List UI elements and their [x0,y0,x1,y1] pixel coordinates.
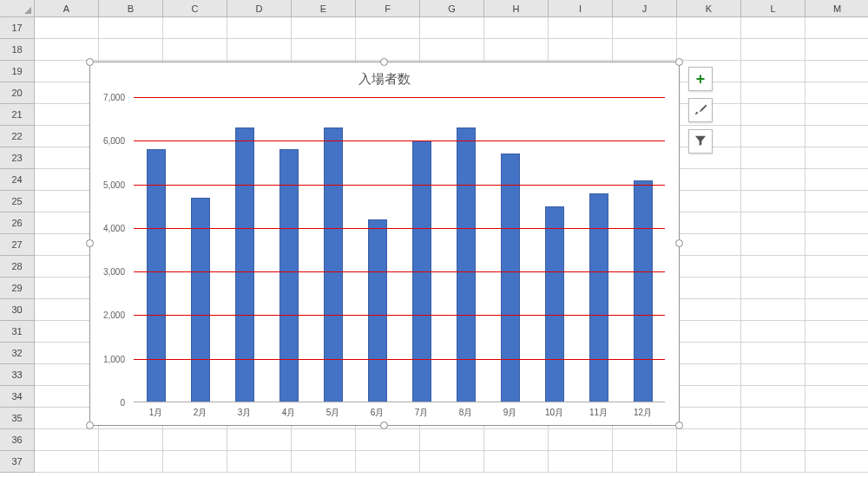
cell[interactable] [741,343,806,364]
cell[interactable] [420,39,484,61]
cell[interactable] [677,429,741,451]
cell[interactable] [549,451,613,473]
resize-handle-nw[interactable] [86,58,94,66]
cell[interactable] [613,39,677,61]
cell[interactable] [677,321,741,343]
cell[interactable] [741,408,806,429]
cell[interactable] [806,169,868,191]
cell[interactable] [227,39,292,61]
cell[interactable] [741,278,806,299]
column-header[interactable]: C [163,0,227,17]
cell[interactable] [484,451,549,473]
bar[interactable] [147,149,166,402]
column-header[interactable]: J [613,0,677,17]
cell[interactable] [227,451,292,473]
row-header[interactable]: 25 [0,191,35,212]
column-header[interactable]: E [292,0,356,17]
bar[interactable] [634,180,653,402]
cell[interactable] [549,39,613,61]
cell[interactable] [677,234,741,256]
bar[interactable] [368,219,387,402]
resize-handle-e[interactable] [675,239,683,247]
cell[interactable] [35,429,99,451]
cell[interactable] [613,451,677,473]
row-header[interactable]: 32 [0,343,35,364]
bar[interactable] [279,149,299,402]
chart-title[interactable]: 入場者数 [90,62,679,93]
cell[interactable] [806,104,868,126]
cell[interactable] [484,429,549,451]
cell[interactable] [741,386,806,408]
cell[interactable] [806,343,868,364]
cell[interactable] [356,429,420,451]
cell[interactable] [292,429,356,451]
cell[interactable] [741,82,806,104]
cell[interactable] [806,212,868,234]
cell[interactable] [163,39,227,61]
cell[interactable] [806,386,868,408]
bar[interactable] [501,154,520,402]
row-header[interactable]: 17 [0,17,35,39]
cell[interactable] [806,256,868,278]
row-header[interactable]: 26 [0,212,35,234]
cell[interactable] [163,429,227,451]
row-header[interactable]: 33 [0,364,35,386]
cell[interactable] [677,191,741,212]
cell[interactable] [677,299,741,321]
row-header[interactable]: 28 [0,256,35,278]
cell[interactable] [741,212,806,234]
cell[interactable] [484,17,549,39]
resize-handle-s[interactable] [380,421,388,429]
cell[interactable] [549,429,613,451]
cell[interactable] [806,278,868,299]
cell[interactable] [35,17,99,39]
cell[interactable] [677,343,741,364]
cell[interactable] [806,321,868,343]
bar[interactable] [324,127,343,402]
cell[interactable] [677,278,741,299]
cell[interactable] [677,408,741,429]
row-header[interactable]: 19 [0,61,35,82]
chart-object[interactable]: 入場者数 01,0002,0003,0004,0005,0006,0007,00… [89,62,680,426]
cell[interactable] [677,386,741,408]
cell[interactable] [741,17,806,39]
cell[interactable] [420,17,484,39]
row-header[interactable]: 24 [0,169,35,191]
bar[interactable] [589,193,608,402]
row-header[interactable]: 31 [0,321,35,343]
cell[interactable] [806,364,868,386]
resize-handle-ne[interactable] [675,58,683,66]
resize-handle-se[interactable] [675,421,683,429]
row-header[interactable]: 37 [0,451,35,473]
cell[interactable] [677,169,741,191]
cell[interactable] [292,39,356,61]
cell[interactable] [741,234,806,256]
row-header[interactable]: 29 [0,278,35,299]
cell[interactable] [741,126,806,147]
resize-handle-sw[interactable] [86,421,94,429]
cell[interactable] [163,451,227,473]
row-header[interactable]: 34 [0,386,35,408]
cell[interactable] [741,321,806,343]
row-header[interactable]: 36 [0,429,35,451]
cell[interactable] [99,39,163,61]
cell[interactable] [806,429,868,451]
row-header[interactable]: 27 [0,234,35,256]
column-header[interactable]: I [549,0,613,17]
cell[interactable] [292,17,356,39]
row-header[interactable]: 20 [0,82,35,104]
cell[interactable] [741,191,806,212]
row-header[interactable]: 35 [0,408,35,429]
column-header[interactable]: A [35,0,99,17]
cell[interactable] [806,191,868,212]
cell[interactable] [677,256,741,278]
cell[interactable] [741,104,806,126]
cell[interactable] [613,17,677,39]
row-header[interactable]: 21 [0,104,35,126]
column-header[interactable]: D [227,0,292,17]
row-header[interactable]: 18 [0,39,35,61]
cell[interactable] [806,408,868,429]
row-header[interactable]: 23 [0,147,35,169]
cell[interactable] [677,212,741,234]
select-all-corner[interactable] [0,0,35,17]
